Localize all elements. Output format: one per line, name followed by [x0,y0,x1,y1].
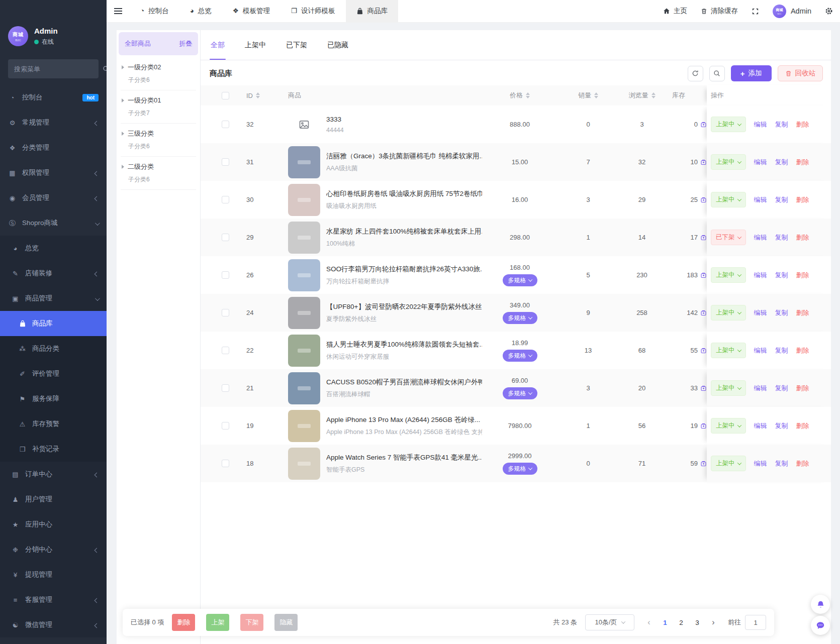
copy-link[interactable]: 复制 [775,158,788,167]
row-checkbox[interactable] [222,384,229,392]
status-dropdown-off[interactable]: 已下架 [711,230,746,245]
copy-link[interactable]: 复制 [775,195,788,204]
edit-stock-icon[interactable] [700,309,707,316]
delete-link[interactable]: 删除 [796,233,809,242]
delete-link[interactable]: 删除 [796,421,809,431]
product-title[interactable]: CACUSS B0520帽子男百搭潮流棒球帽女休闲户外鸭... [326,378,482,387]
status-dropdown-on[interactable]: 上架中 [711,192,746,207]
category-subtitle[interactable]: 子分类6 [128,175,195,184]
delete-link[interactable]: 删除 [796,459,809,468]
goto-page-input[interactable] [745,615,766,630]
product-image[interactable] [288,372,320,404]
row-checkbox[interactable] [222,196,229,203]
product-image[interactable] [288,146,320,178]
sidebar-item-库存预警[interactable]: ⚠库存预警 [0,411,107,437]
sidebar-item-评价管理[interactable]: ✐评价管理 [0,361,107,386]
tab-全部[interactable]: 全部 [210,30,226,60]
sidebar-item-服务保障[interactable]: ⚑服务保障 [0,386,107,411]
copy-link[interactable]: 复制 [775,271,788,280]
bulk-button-隐藏[interactable]: 隐藏 [274,614,298,631]
category-item-一级分类01[interactable]: 一级分类01子分类7 [121,90,196,124]
page-size-select[interactable]: 10条/页 [585,614,634,630]
add-button[interactable]: + 添加 [731,65,772,81]
multi-spec-badge[interactable]: 多规格 [503,350,537,362]
delete-link[interactable]: 删除 [796,120,809,129]
customer-service-chat-button[interactable] [811,616,830,635]
delete-link[interactable]: 删除 [796,308,809,317]
product-title[interactable]: 3333 [326,116,482,123]
copy-link[interactable]: 复制 [775,120,788,129]
sort-carets-icon[interactable] [526,92,530,98]
topbar-tab-商品库[interactable]: 商品库 [346,0,399,23]
recycle-bin-button[interactable]: 回收站 [778,65,823,81]
sidebar-item-总览[interactable]: ◕总览 [0,236,107,261]
sidebar-item-提现管理[interactable]: ¥提现管理 [0,562,107,587]
sidebar-item-会员管理[interactable]: ◉会员管理 [0,185,107,210]
edit-stock-icon[interactable] [700,272,707,279]
copy-link[interactable]: 复制 [775,384,788,393]
category-subtitle[interactable]: 子分类6 [128,142,195,151]
page-button-1[interactable]: 1 [659,615,672,629]
row-checkbox[interactable] [222,422,229,430]
header-id[interactable]: ID [236,85,271,105]
row-checkbox[interactable] [222,121,229,128]
edit-link[interactable]: 编辑 [754,346,767,355]
header-sales[interactable]: 销量 [557,85,619,105]
status-dropdown-on[interactable]: 上架中 [711,418,746,434]
edit-stock-icon[interactable] [700,347,707,354]
edit-stock-icon[interactable] [700,385,707,392]
status-dropdown-on[interactable]: 上架中 [711,456,746,471]
header-price[interactable]: 价格 [482,85,557,105]
sidebar-item-客服管理[interactable]: ≡客服管理 [0,587,107,612]
select-all-checkbox[interactable] [222,92,229,99]
product-image[interactable] [288,184,320,216]
sidebar-item-商品库[interactable]: 商品库 [0,311,107,336]
product-title[interactable]: 猫人男士睡衣男夏季100%纯棉薄款圆领套头短袖套... [326,340,482,349]
product-title[interactable]: Apple iPhone 13 Pro Max (A2644) 256GB 苍岭… [326,415,482,424]
category-collapse-button[interactable]: 折叠 [179,39,192,48]
page-button-3[interactable]: 3 [691,615,704,629]
product-image[interactable] [288,222,320,254]
next-page-button[interactable]: › [707,615,720,629]
home-link[interactable]: 主页 [663,7,687,16]
sidebar-search-input[interactable] [14,65,103,73]
copy-link[interactable]: 复制 [775,346,788,355]
product-title[interactable]: 水星家纺 床上四件套100%纯棉被套床单枕套床上用... [326,227,482,236]
sidebar-item-分类管理[interactable]: ❖分类管理 [0,135,107,160]
multi-spec-badge[interactable]: 多规格 [503,312,537,324]
status-dropdown-on[interactable]: 上架中 [711,117,746,132]
edit-link[interactable]: 编辑 [754,233,767,242]
product-title[interactable]: 【UPF80+】波司登防晒衣2022年夏季防紫外线冰丝... [326,302,482,311]
category-item-二级分类[interactable]: 二级分类子分类6 [121,157,196,190]
sidebar-item-权限管理[interactable]: ▦权限管理 [0,160,107,185]
copy-link[interactable]: 复制 [775,233,788,242]
sidebar-item-常规管理[interactable]: ⚙常规管理 [0,110,107,135]
topbar-tab-总览[interactable]: ◕总览 [179,0,222,23]
delete-link[interactable]: 删除 [796,158,809,167]
product-image[interactable] [288,335,320,367]
edit-stock-icon[interactable] [700,234,707,241]
sidebar-item-订单中心[interactable]: ▤订单中心 [0,462,107,487]
copy-link[interactable]: 复制 [775,421,788,431]
edit-stock-icon[interactable] [700,196,707,203]
prev-page-button[interactable]: ‹ [642,615,656,629]
multi-spec-badge[interactable]: 多规格 [503,463,537,475]
sidebar-item-控制台[interactable]: ◔控制台hot [0,85,107,110]
sidebar-item-应用中心[interactable]: ★应用中心 [0,512,107,537]
row-checkbox[interactable] [222,309,229,316]
topbar-tab-控制台[interactable]: ◔控制台 [130,0,179,23]
delete-link[interactable]: 删除 [796,271,809,280]
delete-link[interactable]: 删除 [796,346,809,355]
product-title[interactable]: Apple Watch Series 7 智能手表GPS款41 毫米星光... [326,453,482,462]
sidebar-search[interactable] [8,59,99,78]
edit-link[interactable]: 编辑 [754,271,767,280]
edit-link[interactable]: 编辑 [754,158,767,167]
settings-button[interactable] [825,7,833,15]
table-search-button[interactable] [709,66,725,81]
category-subtitle[interactable]: 子分类6 [128,76,195,84]
row-checkbox[interactable] [222,460,229,467]
sidebar-item-店铺装修[interactable]: ✎店铺装修 [0,261,107,286]
product-image[interactable] [288,410,320,442]
caret-right-icon[interactable] [122,65,124,69]
tab-已隐藏[interactable]: 已隐藏 [326,30,349,60]
